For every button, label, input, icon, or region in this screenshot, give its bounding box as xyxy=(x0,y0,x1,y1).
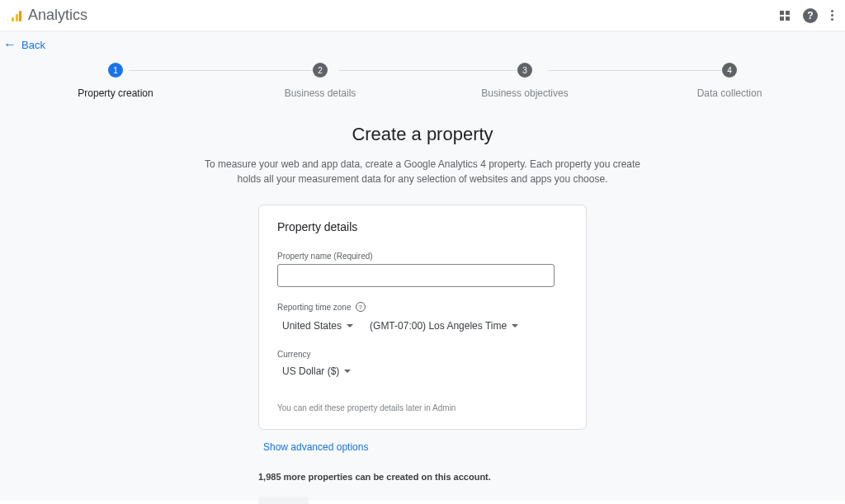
step-data-collection[interactable]: 4 Data collection xyxy=(663,63,795,99)
currency-dropdown[interactable]: US Dollar ($) xyxy=(282,362,351,380)
next-button[interactable]: Next xyxy=(258,497,309,504)
main-content: 1 Property creation 2 Business details 3… xyxy=(0,51,845,501)
more-icon[interactable] xyxy=(831,10,833,21)
step-number: 3 xyxy=(517,63,532,78)
app-header: Analytics ? xyxy=(0,0,845,31)
below-card: Show advanced options 1,985 more propert… xyxy=(258,430,587,504)
step-label: Business details xyxy=(285,87,356,99)
chevron-down-icon xyxy=(344,370,351,373)
property-name-input[interactable] xyxy=(277,264,555,287)
currency-value: US Dollar ($) xyxy=(282,365,339,377)
step-number: 2 xyxy=(313,63,328,78)
back-label: Back xyxy=(21,39,45,51)
advanced-options-link[interactable]: Show advanced options xyxy=(263,441,368,453)
step-number: 4 xyxy=(722,63,737,78)
back-button[interactable]: ← Back xyxy=(3,38,45,51)
timezone-dropdown[interactable]: (GMT-07:00) Los Angeles Time xyxy=(370,317,518,335)
properties-remaining-note: 1,985 more properties can be created on … xyxy=(258,472,587,482)
step-business-details[interactable]: 2 Business details xyxy=(254,63,386,99)
page-description: To measure your web and app data, create… xyxy=(191,157,654,186)
timezone-help-icon[interactable]: ? xyxy=(356,302,366,312)
back-bar: ← Back xyxy=(0,31,845,51)
apps-icon[interactable] xyxy=(780,11,790,21)
card-note: You can edit these property details late… xyxy=(277,403,568,412)
arrow-left-icon: ← xyxy=(3,38,17,51)
timezone-label: Reporting time zone ? xyxy=(277,302,568,312)
property-name-label: Property name (Required) xyxy=(277,252,568,261)
app-title: Analytics xyxy=(28,7,87,24)
currency-label: Currency xyxy=(277,350,568,359)
step-label: Business objectives xyxy=(481,87,568,99)
country-dropdown[interactable]: United States xyxy=(282,317,353,335)
step-label: Property creation xyxy=(78,87,153,99)
stepper: 1 Property creation 2 Business details 3… xyxy=(50,63,795,99)
header-left: Analytics xyxy=(12,7,87,24)
help-icon[interactable]: ? xyxy=(803,8,818,23)
page-title: Create a property xyxy=(50,124,795,145)
timezone-value: (GMT-07:00) Los Angeles Time xyxy=(370,320,507,332)
step-number: 1 xyxy=(108,63,123,78)
chevron-down-icon xyxy=(512,324,518,327)
card-title: Property details xyxy=(277,220,568,233)
property-details-card: Property details Property name (Required… xyxy=(258,205,587,430)
step-business-objectives[interactable]: 3 Business objectives xyxy=(459,63,591,99)
country-value: United States xyxy=(282,320,342,332)
step-label: Data collection xyxy=(697,87,762,99)
analytics-logo-icon xyxy=(12,10,21,21)
step-property-creation[interactable]: 1 Property creation xyxy=(50,63,182,99)
header-right: ? xyxy=(780,8,833,23)
chevron-down-icon xyxy=(347,324,353,327)
